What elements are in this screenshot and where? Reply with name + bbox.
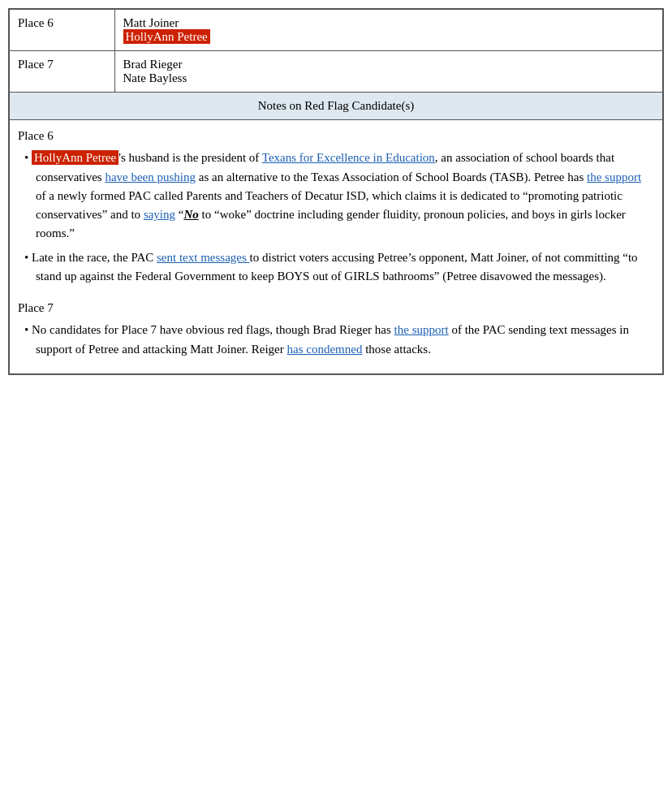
section-header: Notes on Red Flag Candidate(s): [9, 93, 663, 120]
place7-label: Place 7: [9, 51, 114, 93]
main-table: Place 6 Matt Joiner HollyAnn Petree Plac…: [8, 8, 664, 375]
place6-b1-text1: 's husband is the president of: [118, 151, 262, 164]
candidate-nate-bayless: Nate Bayless: [123, 71, 655, 85]
highlight-name-place6: HollyAnn Petree: [123, 29, 210, 44]
place6-b1-text3: as an alternative to the Texas Associati…: [196, 170, 587, 183]
place7-bullets: • No candidates for Place 7 have obvious…: [18, 321, 654, 359]
notes-place7-heading: Place 7: [18, 299, 654, 317]
notes-row: Place 6 • HollyAnn Petree's husband is t…: [9, 120, 663, 374]
hollyann-petree-inline-highlight: HollyAnn Petree: [32, 150, 118, 165]
notes-cell: Place 6 • HollyAnn Petree's husband is t…: [9, 120, 663, 374]
place6-bullet1: • HollyAnn Petree's husband is the presi…: [24, 149, 654, 243]
place7-b1-text3: those attacks.: [362, 343, 431, 356]
table-row-place7: Place 7 Brad Rieger Nate Bayless: [9, 51, 663, 93]
place7-b1-text1: No candidates for Place 7 have obvious r…: [32, 323, 394, 336]
have-been-pushing-link[interactable]: have been pushing: [105, 170, 196, 183]
candidate-brad-rieger: Brad Rieger: [123, 58, 655, 71]
saying-link[interactable]: saying: [144, 208, 175, 221]
notes-place7-section: Place 7 • No candidates for Place 7 have…: [18, 299, 654, 359]
place6-candidates: Matt Joiner HollyAnn Petree: [114, 9, 663, 51]
place6-bullet2: • Late in the race, the PAC sent text me…: [24, 248, 654, 287]
place7-bullet1: • No candidates for Place 7 have obvious…: [24, 321, 654, 359]
place6-b1-text5: “: [175, 208, 183, 221]
place6-b2-text1: Late in the race, the PAC: [32, 251, 157, 264]
sent-text-messages-link[interactable]: sent text messages: [157, 251, 250, 264]
table-row-place6: Place 6 Matt Joiner HollyAnn Petree: [9, 9, 663, 51]
place6-bullets: • HollyAnn Petree's husband is the presi…: [18, 149, 654, 286]
the-support-link-p7[interactable]: the support: [394, 323, 449, 336]
has-condemned-link[interactable]: has condemned: [287, 343, 363, 356]
texans-for-excellence-link[interactable]: Texans for Excellence in Education: [262, 151, 435, 164]
candidate-hollyann-petree: HollyAnn Petree: [123, 30, 655, 44]
section-header-row: Notes on Red Flag Candidate(s): [9, 93, 663, 120]
the-support-link-p6[interactable]: the support: [587, 170, 641, 183]
place7-candidates: Brad Rieger Nate Bayless: [114, 51, 663, 93]
no-emphasis: No: [183, 208, 198, 221]
candidate-matt-joiner: Matt Joiner: [123, 16, 655, 30]
notes-place6-heading: Place 6: [18, 127, 654, 145]
place6-label: Place 6: [9, 9, 114, 51]
page-wrapper: Place 6 Matt Joiner HollyAnn Petree Plac…: [0, 0, 672, 807]
